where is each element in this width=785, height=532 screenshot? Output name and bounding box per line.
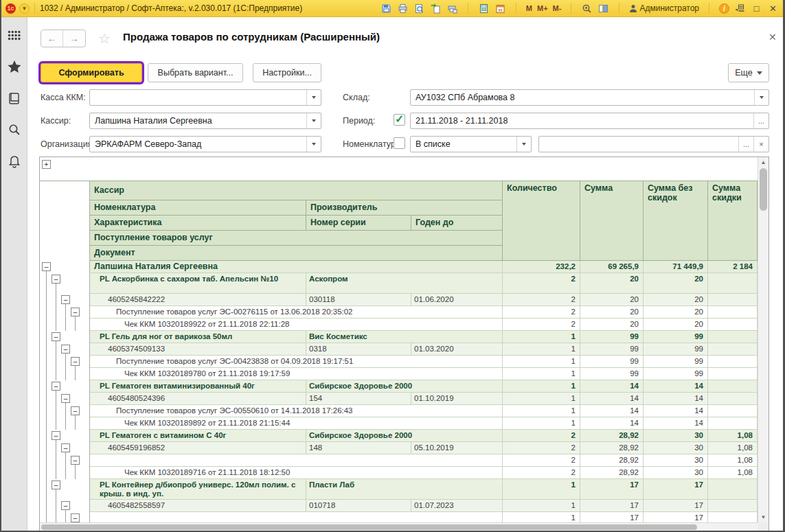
collapse-box[interactable]: – bbox=[71, 308, 80, 316]
cell-sum-no-discount[interactable]: 99 bbox=[644, 356, 708, 368]
cell-discount[interactable] bbox=[708, 273, 758, 294]
calendar-icon[interactable]: 31 bbox=[494, 3, 506, 14]
cell-series[interactable]: 010718 bbox=[306, 500, 411, 512]
cell-sum-no-discount[interactable]: 99 bbox=[644, 343, 708, 356]
cell-discount[interactable] bbox=[708, 405, 758, 417]
memory-minus-button[interactable]: М- bbox=[553, 4, 562, 12]
period-field[interactable]: 21.11.2018 - 21.11.2018 ... bbox=[410, 113, 769, 129]
print-icon[interactable] bbox=[397, 3, 409, 14]
header-document[interactable]: Документ bbox=[90, 246, 503, 261]
cell-barcode[interactable]: 4605482558597 bbox=[90, 500, 306, 512]
choose-variant-button[interactable]: Выбрать вариант... bbox=[148, 63, 243, 82]
cell-sum-no-discount[interactable]: 14 bbox=[644, 405, 708, 417]
header-sum[interactable]: Сумма bbox=[580, 181, 644, 261]
export-report-icon[interactable] bbox=[430, 3, 442, 14]
settings-button[interactable]: Настройки... bbox=[253, 63, 321, 82]
cell-sum[interactable]: 20 bbox=[580, 294, 644, 306]
cell-check-document[interactable]: Чек ККМ 10320189716 от 21.11.2018 18:12:… bbox=[90, 467, 503, 479]
collapse-box[interactable]: – bbox=[42, 262, 51, 271]
close-window-icon[interactable]: ✕ bbox=[767, 3, 779, 14]
org-combo[interactable]: ЭРКАФАРМ Северо-Запад bbox=[89, 136, 321, 152]
cell-check-document[interactable]: Чек ККМ 10320189922 от 21.11.2018 22:11:… bbox=[90, 319, 503, 331]
header-manufacturer[interactable]: Производитель bbox=[306, 200, 503, 216]
nomenclature-mode-combo[interactable]: В списке bbox=[410, 136, 532, 152]
cell-qty[interactable]: 2 bbox=[503, 454, 580, 467]
report-row[interactable]: –PL Контейнер д/биопроб универс. 120мл п… bbox=[40, 479, 758, 500]
cell-series[interactable]: 0318 bbox=[306, 343, 411, 356]
memory-plus-button[interactable]: М+ bbox=[537, 4, 548, 12]
cell-expiry[interactable]: 01.03.2020 bbox=[411, 343, 503, 356]
nomenclature-list-field[interactable]: ... × bbox=[538, 136, 769, 152]
cell-sum[interactable]: 28,92 bbox=[580, 467, 644, 479]
report-row[interactable]: –PL Гематоген витаминизированный 40гСиби… bbox=[40, 380, 758, 393]
cell-sum[interactable]: 28,92 bbox=[580, 454, 644, 467]
cell-discount[interactable]: 1,08 bbox=[708, 430, 758, 442]
cell-manufacturer[interactable]: Сибирское Здоровье 2000 bbox=[306, 380, 503, 393]
collapse-box[interactable]: – bbox=[61, 345, 70, 354]
cell-sum-no-discount[interactable]: 20 bbox=[644, 273, 708, 294]
cell-discount[interactable]: 2 184 bbox=[708, 261, 758, 273]
collapse-box[interactable]: – bbox=[52, 332, 60, 341]
collapse-box[interactable]: – bbox=[52, 382, 60, 391]
header-receipt[interactable]: Поступление товаров услуг bbox=[90, 231, 503, 246]
print-preview-icon[interactable] bbox=[413, 3, 425, 14]
cell-qty[interactable]: 2 bbox=[503, 294, 580, 306]
cell-qty[interactable]: 2 bbox=[503, 306, 580, 319]
report-row[interactable]: –Поступление товаров услуг ЭС-00550610 о… bbox=[40, 405, 758, 417]
cell-check-document[interactable]: Чек ККМ 10320189780 от 21.11.2018 19:17:… bbox=[90, 368, 503, 380]
cell-sum-no-discount[interactable]: 71 449,9 bbox=[644, 261, 708, 273]
cell-sum-no-discount[interactable]: 20 bbox=[644, 319, 708, 331]
collapse-box[interactable]: – bbox=[52, 481, 60, 489]
horizontal-scrollbar[interactable] bbox=[40, 522, 758, 531]
warehouse-combo[interactable]: АУ1032 СПб Абрамова 8 bbox=[410, 89, 769, 106]
cell-sum[interactable]: 99 bbox=[580, 343, 644, 356]
report-row[interactable]: –PL Гель для ног от варикоза 50млВис Кос… bbox=[40, 331, 758, 343]
collapse-box[interactable]: – bbox=[71, 406, 80, 415]
main-menu-icon[interactable] bbox=[8, 28, 21, 42]
cell-qty[interactable]: 2 bbox=[503, 430, 580, 442]
cell-sum-no-discount[interactable]: 30 bbox=[644, 454, 708, 467]
cell-qty[interactable]: 232,2 bbox=[503, 261, 580, 273]
cell-sum-no-discount[interactable]: 20 bbox=[644, 294, 708, 306]
report-row[interactable]: –228,92301,08 bbox=[40, 454, 758, 467]
cell-qty[interactable]: 2 bbox=[503, 467, 580, 479]
report-row[interactable]: Чек ККМ 10320189892 от 21.11.2018 21:15:… bbox=[40, 417, 758, 430]
report-row[interactable]: –PL Аскорбинка с сахаром таб. Апельсин №… bbox=[40, 273, 758, 294]
cell-sum-no-discount[interactable]: 20 bbox=[644, 306, 708, 319]
cell-sum[interactable]: 17 bbox=[580, 479, 644, 500]
report-row[interactable]: –Поступление товаров услуг ЭС-00276115 о… bbox=[40, 306, 758, 319]
report-row[interactable]: –Поступление товаров услуг ЭС-00423838 о… bbox=[40, 356, 758, 368]
cell-sum[interactable]: 20 bbox=[580, 306, 644, 319]
cell-sum[interactable]: 14 bbox=[580, 417, 644, 430]
memory-recall-button[interactable]: М bbox=[526, 4, 532, 12]
cell-barcode[interactable]: 4605374509133 bbox=[90, 343, 306, 356]
app-logo-1c-icon[interactable]: 1с bbox=[5, 3, 16, 14]
header-nomenclature[interactable]: Номенклатура bbox=[90, 200, 306, 216]
cell-discount[interactable]: 1,08 bbox=[708, 454, 758, 467]
collapse-box[interactable]: – bbox=[52, 431, 60, 440]
cell-sum[interactable]: 28,92 bbox=[580, 442, 644, 454]
nomenclature-mode-dropdown-icon[interactable] bbox=[516, 137, 531, 152]
cell-receipt-document[interactable]: Поступление товаров услуг ЭС-00423838 от… bbox=[90, 356, 503, 368]
cell-sum-no-discount[interactable]: 99 bbox=[644, 368, 708, 380]
header-expiry[interactable]: Годен до bbox=[411, 216, 503, 231]
collapse-box[interactable]: – bbox=[71, 513, 80, 522]
scroll-up-icon[interactable]: ▲ bbox=[758, 159, 769, 165]
cell-barcode[interactable]: 4605480524396 bbox=[90, 393, 306, 405]
kkm-combo[interactable] bbox=[89, 89, 321, 106]
cell-barcode[interactable]: 4605459196852 bbox=[90, 442, 306, 454]
cell-product-name[interactable]: PL Гель для ног от варикоза 50мл bbox=[90, 331, 306, 343]
cell-qty[interactable]: 1 bbox=[503, 405, 580, 417]
vertical-scrollbar-thumb[interactable] bbox=[760, 168, 767, 211]
scroll-down-icon[interactable]: ▼ bbox=[758, 514, 769, 520]
cell-product-name[interactable]: PL Гематоген с витамином С 40г bbox=[90, 430, 306, 442]
system-menu-icon[interactable]: ▼ bbox=[19, 3, 30, 14]
report-row[interactable]: –4605374509133031801.03.202019999 bbox=[40, 343, 758, 356]
favorites-icon[interactable] bbox=[8, 60, 21, 73]
report-row[interactable]: –Лапшина Наталия Сергеевна232,269 265,97… bbox=[40, 261, 758, 273]
report-row[interactable]: Чек ККМ 10320189780 от 21.11.2018 19:17:… bbox=[40, 368, 758, 380]
report-row[interactable]: Чек ККМ 10320189716 от 21.11.2018 18:12:… bbox=[40, 467, 758, 479]
cell-discount[interactable] bbox=[708, 368, 758, 380]
zoom-icon[interactable] bbox=[581, 3, 593, 14]
cell-sum-no-discount[interactable]: 30 bbox=[644, 430, 708, 442]
